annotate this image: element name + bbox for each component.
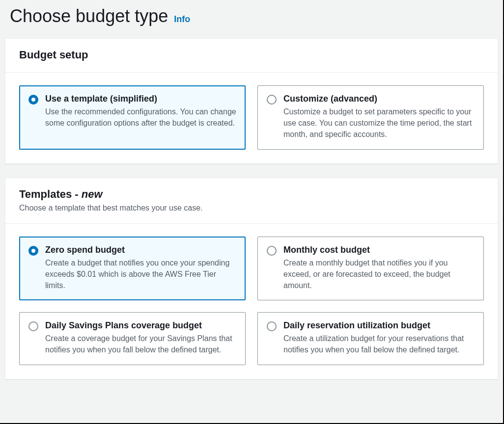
option-desc: Create a utilization budget for your res… [283,333,475,355]
option-title: Use a template (simplified) [45,94,236,104]
radio-icon [267,95,277,105]
radio-icon [28,246,38,256]
budget-setup-panel-header: Budget setup [5,39,498,73]
option-desc: Create a budget that notifies you once y… [45,257,236,292]
option-title: Daily reservation utilization budget [283,320,475,331]
template-monthly-cost[interactable]: Monthly cost budget Create a monthly bud… [257,237,484,301]
option-title: Daily Savings Plans coverage budget [45,320,236,331]
budget-setup-panel: Budget setup Use a template (simplified)… [5,38,498,164]
template-daily-reservation-utilization[interactable]: Daily reservation utilization budget Cre… [257,312,484,365]
option-content: Monthly cost budget Create a monthly bud… [283,245,475,292]
option-title: Customize (advanced) [283,94,475,104]
option-desc: Use the recommended configurations. You … [45,106,236,129]
option-content: Zero spend budget Create a budget that n… [45,245,236,292]
template-daily-savings-plans[interactable]: Daily Savings Plans coverage budget Crea… [19,312,246,365]
page-title: Choose budget type [10,6,168,26]
budget-setup-options: Use a template (simplified) Use the reco… [19,85,484,150]
option-desc: Create a monthly budget that notifies yo… [283,257,475,292]
info-link[interactable]: Info [174,14,190,25]
radio-icon [28,321,38,331]
option-title: Monthly cost budget [283,245,475,255]
templates-panel-title-suffix: new [82,188,103,200]
templates-panel-header: Templates - new Choose a template that b… [5,178,498,224]
radio-icon [28,95,38,105]
option-desc: Create a coverage budget for your Saving… [45,333,236,355]
templates-panel-title-row: Templates - new [19,188,484,201]
radio-icon [267,321,277,331]
option-use-template[interactable]: Use a template (simplified) Use the reco… [19,85,246,150]
option-customize[interactable]: Customize (advanced) Customize a budget … [257,85,484,150]
page-container: Choose budget type Info Budget setup Use… [0,0,504,424]
option-content: Daily reservation utilization budget Cre… [283,320,475,355]
option-title: Zero spend budget [45,245,236,255]
budget-setup-panel-title: Budget setup [19,49,88,61]
template-zero-spend[interactable]: Zero spend budget Create a budget that n… [19,237,246,301]
option-content: Use a template (simplified) Use the reco… [45,94,236,140]
templates-panel-title-prefix: Templates - [19,188,82,200]
option-desc: Customize a budget to set parameters spe… [283,106,475,140]
templates-options: Zero spend budget Create a budget that n… [19,237,484,365]
templates-panel: Templates - new Choose a template that b… [5,178,498,379]
page-header: Choose budget type Info [0,0,503,36]
templates-panel-body: Zero spend budget Create a budget that n… [5,224,498,379]
budget-setup-panel-body: Use a template (simplified) Use the reco… [5,73,498,163]
option-content: Daily Savings Plans coverage budget Crea… [45,320,236,355]
radio-icon [267,246,277,256]
templates-panel-subtitle: Choose a template that best matches your… [19,204,484,212]
option-content: Customize (advanced) Customize a budget … [283,94,475,140]
